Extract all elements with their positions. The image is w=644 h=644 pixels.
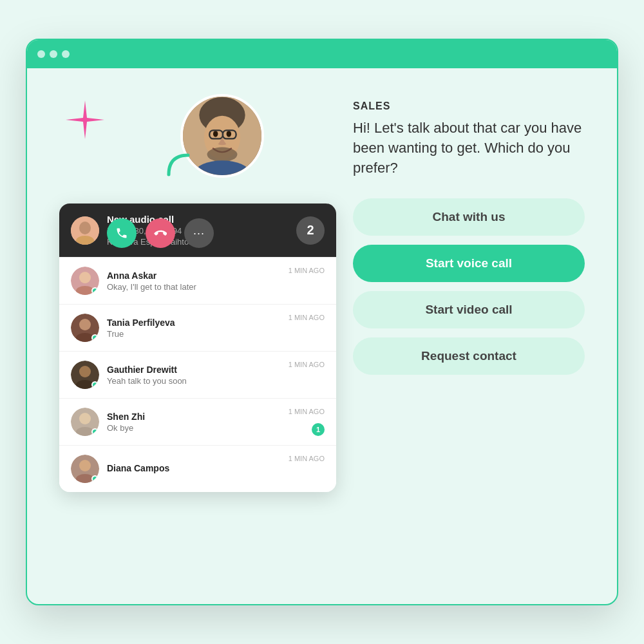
contact-item[interactable]: Gauthier Drewitt Yeah talk to you soon 1… (59, 351, 336, 398)
request-contact-button[interactable]: Request contact (353, 337, 585, 375)
contact-avatar (71, 267, 99, 295)
online-indicator (91, 381, 99, 388)
svg-point-8 (207, 147, 238, 162)
start-video-call-button[interactable]: Start video call (353, 291, 585, 328)
contact-time: 1 MIN AGO (289, 314, 325, 321)
contact-message: Okay, I'll get to that later (107, 282, 325, 292)
contact-avatar (71, 455, 99, 483)
contact-info: Diana Campos (107, 463, 325, 475)
browser-dots (37, 50, 70, 58)
contact-time: 1 MIN AGO (289, 361, 325, 368)
contact-message: Ok bye (107, 423, 325, 433)
contact-avatar (71, 361, 99, 389)
contact-message: Yeah talk to you soon (107, 376, 325, 386)
browser-content: New audio call BMW 330, KSS-194 K-Caara … (27, 68, 617, 604)
contact-name: Diana Campos (107, 463, 325, 473)
browser-window: New audio call BMW 330, KSS-194 K-Caara … (26, 39, 618, 605)
dot-yellow (50, 50, 57, 58)
contact-item[interactable]: Diana Campos 1 MIN AGO (59, 445, 336, 492)
online-indicator (91, 475, 99, 482)
contact-avatar (71, 314, 99, 342)
svg-point-17 (79, 319, 91, 330)
call-decline-button[interactable] (146, 218, 175, 248)
svg-point-4 (227, 131, 232, 137)
contact-item[interactable]: Tania Perfilyeva True 1 MIN AGO (59, 304, 336, 351)
contact-time: 1 MIN AGO (289, 267, 325, 274)
dot-green (62, 50, 70, 58)
call-badge: 2 (296, 216, 325, 245)
start-voice-call-button[interactable]: Start voice call (353, 245, 585, 282)
action-buttons: Chat with us Start voice call Start vide… (353, 198, 585, 375)
call-answer-button[interactable] (107, 218, 137, 248)
call-more-button[interactable]: ··· (184, 218, 214, 248)
star-decoration (66, 100, 104, 139)
contact-item[interactable]: Shen Zhi Ok bye 1 MIN AGO 1 (59, 398, 336, 445)
right-column: SALES Hi! Let's talk about that car you … (353, 94, 585, 578)
svg-point-3 (213, 131, 218, 137)
contact-time: 1 MIN AGO (289, 455, 325, 462)
contact-item[interactable]: Anna Askar Okay, I'll get to that later … (59, 257, 336, 304)
contact-list: Anna Askar Okay, I'll get to that later … (59, 257, 336, 492)
sales-message: Hi! Let's talk about that car you have b… (353, 118, 585, 178)
chat-with-us-button[interactable]: Chat with us (353, 198, 585, 236)
call-actions: ··· (71, 218, 214, 248)
arc-decoration (166, 152, 191, 178)
sales-label: SALES (353, 100, 585, 112)
agent-avatar (180, 94, 264, 178)
svg-point-20 (79, 366, 91, 377)
online-indicator (91, 334, 99, 341)
browser-titlebar (27, 40, 617, 68)
agent-avatar-container (117, 94, 327, 178)
chat-panel: New audio call BMW 330, KSS-194 K-Caara … (59, 204, 336, 492)
svg-point-23 (79, 413, 91, 424)
left-column: New audio call BMW 330, KSS-194 K-Caara … (59, 94, 327, 578)
online-indicator (91, 428, 99, 435)
agent-face-svg (183, 94, 261, 175)
svg-point-26 (79, 460, 91, 471)
call-notification: New audio call BMW 330, KSS-194 K-Caara … (59, 204, 336, 257)
contact-avatar (71, 408, 99, 436)
contact-message: True (107, 329, 325, 339)
contact-time: 1 MIN AGO (289, 408, 325, 415)
svg-point-14 (79, 272, 91, 283)
dot-red (37, 50, 45, 58)
online-indicator (91, 287, 99, 294)
unread-badge: 1 (312, 423, 325, 436)
